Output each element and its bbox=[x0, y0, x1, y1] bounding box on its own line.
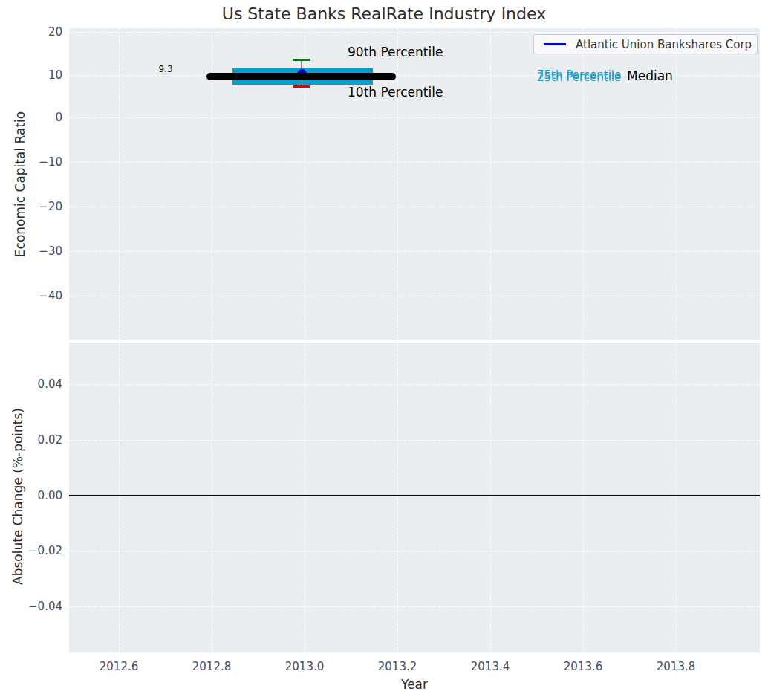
gridline bbox=[69, 296, 760, 296]
p90-label: 90th Percentile bbox=[348, 45, 443, 59]
ytick-bottom: 0.00 bbox=[22, 489, 62, 502]
p10-label: 10th Percentile bbox=[348, 85, 443, 100]
xlabel: Year bbox=[340, 677, 489, 692]
xtick: 2013.6 bbox=[557, 660, 609, 673]
gridline bbox=[69, 162, 760, 163]
gridline bbox=[69, 384, 760, 385]
gridline bbox=[69, 606, 760, 607]
bottom-plot-area bbox=[69, 343, 760, 652]
xtick: 2012.6 bbox=[93, 660, 145, 673]
gridline bbox=[69, 551, 760, 551]
ytick-top: 10 bbox=[22, 68, 62, 82]
top-ylabel: Economic Capital Ratio bbox=[13, 111, 27, 257]
p10-cap bbox=[293, 85, 310, 88]
xtick: 2013.4 bbox=[464, 660, 516, 673]
xtick: 2013.8 bbox=[650, 660, 702, 673]
zero-change-line bbox=[69, 495, 760, 496]
gridline bbox=[69, 117, 760, 118]
xtick: 2013.2 bbox=[371, 660, 423, 673]
ytick-top: 20 bbox=[22, 25, 62, 39]
p25-label: 25th Percentile bbox=[537, 71, 621, 84]
ytick-bottom: 0.02 bbox=[22, 433, 62, 447]
gridline bbox=[69, 440, 760, 441]
legend-line-swatch-icon bbox=[544, 43, 566, 45]
median-text-label: Median bbox=[627, 68, 673, 83]
ytick-top: −10 bbox=[22, 155, 62, 169]
median-line bbox=[206, 73, 396, 80]
chart-title: Us State Banks RealRate Industry Index bbox=[0, 4, 768, 23]
ytick-top: 0 bbox=[22, 111, 62, 124]
gridline bbox=[69, 251, 760, 252]
gridline bbox=[69, 207, 760, 207]
gridline bbox=[69, 32, 760, 33]
ytick-top: −40 bbox=[22, 289, 62, 302]
median-value-label: 9.3 bbox=[152, 64, 179, 74]
ytick-top: −20 bbox=[22, 200, 62, 213]
legend-series-label: Atlantic Union Bankshares Corp bbox=[576, 38, 752, 51]
top-plot-area: 9.3 90th Percentile 10th Percentile 75th… bbox=[69, 28, 760, 340]
figure: Us State Banks RealRate Industry Index 9… bbox=[0, 0, 768, 700]
ytick-bottom: 0.04 bbox=[22, 377, 62, 391]
ytick-bottom: −0.04 bbox=[22, 600, 62, 613]
xtick: 2013.0 bbox=[279, 660, 331, 673]
ytick-top: −30 bbox=[22, 244, 62, 258]
p90-cap bbox=[293, 59, 310, 61]
xtick: 2012.8 bbox=[186, 660, 238, 673]
legend: Atlantic Union Bankshares Corp bbox=[533, 34, 758, 54]
bottom-ylabel: Absolute Change (%-points) bbox=[10, 408, 25, 585]
ytick-bottom: −0.02 bbox=[22, 544, 62, 557]
